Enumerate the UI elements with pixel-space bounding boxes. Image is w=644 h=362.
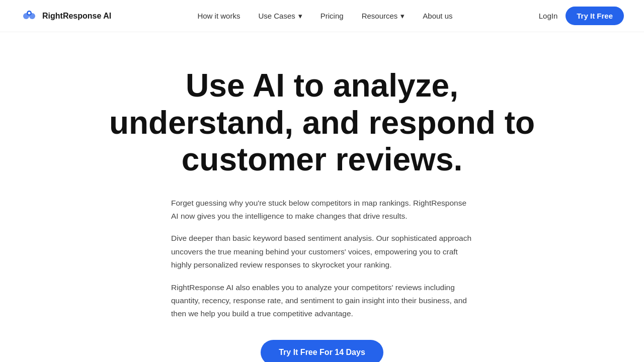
nav-item-pricing[interactable]: Pricing xyxy=(320,12,344,20)
navbar-actions: LogIn Try It Free xyxy=(539,7,624,25)
try-free-button-nav[interactable]: Try It Free xyxy=(566,7,624,25)
hero-cta: Try It Free For 14 Days No obligation. N… xyxy=(261,340,383,362)
nav-item-how-it-works[interactable]: How it works xyxy=(197,12,240,20)
brand-name: RightResponse AI xyxy=(42,12,111,21)
cta-main-button[interactable]: Try It Free For 14 Days xyxy=(261,340,383,362)
nav-item-about-us[interactable]: About us xyxy=(423,12,452,20)
nav-item-use-cases[interactable]: Use Cases ▾ xyxy=(258,12,302,21)
hero-paragraph-3: RightResponse AI also enables you to ana… xyxy=(171,281,473,321)
hero-section: Use AI to analyze, understand, and respo… xyxy=(0,32,644,362)
hero-paragraph-1: Forget guessing why you're stuck below c… xyxy=(171,197,473,223)
hero-title: Use AI to analyze, understand, and respo… xyxy=(101,67,543,178)
brand-logo[interactable]: RightResponse AI xyxy=(20,7,111,25)
navbar: RightResponse AI How it works Use Cases … xyxy=(0,0,644,32)
chevron-down-icon: ▾ xyxy=(400,12,405,21)
nav-links: How it works Use Cases ▾ Pricing Resourc… xyxy=(197,12,452,21)
hero-description: Forget guessing why you're stuck below c… xyxy=(171,197,473,321)
logo-icon xyxy=(20,7,38,25)
chevron-down-icon: ▾ xyxy=(298,12,302,21)
nav-item-resources[interactable]: Resources ▾ xyxy=(362,12,405,21)
login-button[interactable]: LogIn xyxy=(539,12,558,20)
hero-paragraph-2: Dive deeper than basic keyword based sen… xyxy=(171,232,473,272)
svg-point-3 xyxy=(28,12,31,14)
